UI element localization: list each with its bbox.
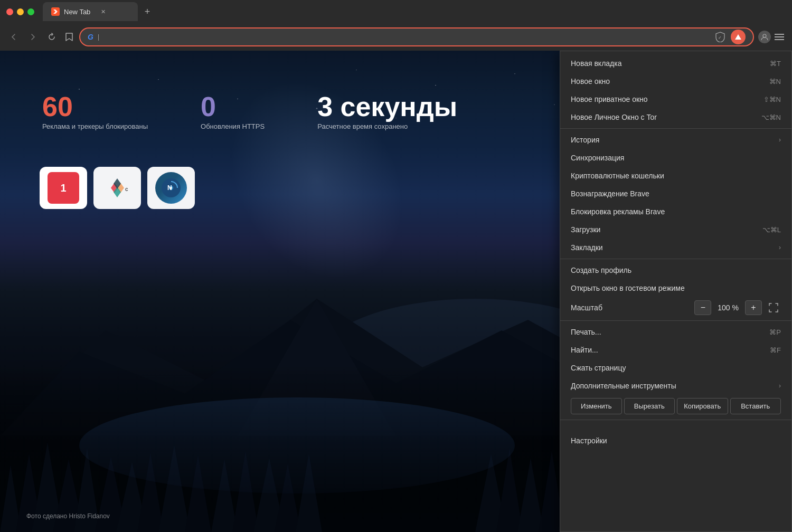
menu-bookmarks-label: Закладки	[571, 243, 775, 252]
zoom-minus-button[interactable]: −	[694, 300, 711, 315]
time-number: 3 секунды	[317, 93, 457, 120]
menu-new-tab-label: Новая вкладка	[571, 59, 749, 68]
menu-ad-block-label: Блокировка рекламы Brave	[571, 207, 781, 216]
menu-more-tools-arrow: ›	[779, 382, 781, 390]
menu-new-tor[interactable]: Новое Личное Окно с Tor ⌥⌘N	[560, 108, 791, 126]
menu-guest-mode-label: Открыть окно в гостевом режиме	[571, 284, 781, 292]
profile-icon	[760, 33, 769, 41]
edit-change-button[interactable]: Изменить	[571, 398, 622, 414]
rewards-icon	[734, 34, 742, 40]
menu-new-window[interactable]: Новое окно ⌘N	[560, 72, 791, 90]
zoom-plus-button[interactable]: +	[745, 300, 762, 315]
menu-settings[interactable]	[560, 422, 791, 432]
menu-new-window-shortcut: ⌘N	[769, 78, 781, 86]
menu-bookmarks-arrow: ›	[779, 244, 781, 251]
svg-text:c: c	[125, 186, 128, 192]
shortcut-1tv-icon: 1	[48, 172, 79, 204]
menu-sync-label: Синхронизация	[571, 154, 781, 162]
brave-shield-icon[interactable]: ✓	[714, 31, 727, 43]
shortcut-1tv[interactable]: 1	[40, 167, 87, 209]
menu-find[interactable]: Найти... ⌘F	[560, 341, 791, 359]
refresh-icon	[48, 33, 56, 41]
time-label: Расчетное время сохранено	[317, 122, 457, 130]
forward-button[interactable]	[25, 30, 40, 44]
shortcut-n-icon: N	[155, 172, 187, 204]
menu-bookmarks[interactable]: Закладки ›	[560, 239, 791, 256]
back-button[interactable]	[6, 30, 21, 44]
stat-time: 3 секунды Расчетное время сохранено	[317, 93, 457, 130]
menu-downloads[interactable]: Загрузки ⌥⌘L	[560, 221, 791, 239]
menu-about-label: Настройки	[571, 436, 781, 445]
https-number: 0	[201, 93, 265, 120]
back-icon	[10, 33, 18, 41]
stat-https: 0 Обновления HTTPS	[201, 93, 265, 130]
traffic-lights	[6, 8, 34, 15]
tab-favicon	[51, 7, 60, 16]
active-tab[interactable]: New Tab ✕	[43, 2, 138, 21]
profile-button[interactable]	[758, 31, 771, 43]
menu-sync[interactable]: Синхронизация	[560, 149, 791, 167]
edit-paste-button[interactable]: Вставить	[730, 398, 781, 414]
menu-new-tor-shortcut: ⌥⌘N	[761, 113, 781, 121]
menu-print-label: Печать...	[571, 328, 748, 336]
menu-rewards[interactable]: Вознаграждение Brave	[560, 185, 791, 203]
separator-3	[560, 320, 791, 321]
tab-bar: New Tab ✕ +	[43, 2, 786, 21]
menu-new-tab[interactable]: Новая вкладка ⌘T	[560, 54, 791, 72]
svg-point-2	[763, 34, 766, 37]
refresh-button[interactable]	[44, 30, 59, 44]
menu-compress[interactable]: Сжать страницу	[560, 359, 791, 377]
menu-new-private[interactable]: Новое приватное окно ⇧⌘N	[560, 90, 791, 108]
menu-find-shortcut: ⌘F	[770, 346, 781, 354]
shortcut-wc[interactable]: c	[93, 167, 141, 209]
menu-more-tools[interactable]: Дополнительные инструменты ›	[560, 377, 791, 395]
menu-history[interactable]: История ›	[560, 131, 791, 149]
brave-rewards-button[interactable]	[731, 30, 746, 44]
menu-downloads-label: Загрузки	[571, 225, 741, 234]
edit-cut-button[interactable]: Вырезать	[624, 398, 675, 414]
menu-history-label: История	[571, 136, 775, 144]
menu-ad-block[interactable]: Блокировка рекламы Brave	[560, 203, 791, 221]
svg-text:N: N	[167, 184, 172, 192]
google-logo: G	[88, 33, 93, 41]
menu-create-profile-label: Создать профиль	[571, 266, 781, 274]
hamburger-icon	[775, 33, 784, 41]
ads-blocked-number: 60	[42, 93, 148, 120]
main-menu-button[interactable]	[773, 31, 786, 43]
minimize-button[interactable]	[17, 8, 24, 15]
menu-about[interactable]: Настройки	[560, 432, 791, 450]
lake-reflection	[79, 397, 515, 493]
tab-close-button[interactable]: ✕	[99, 7, 107, 16]
menu-downloads-shortcut: ⌥⌘L	[762, 226, 781, 234]
new-tab-button[interactable]: +	[140, 4, 155, 19]
shortcuts-section: 1 c	[40, 167, 195, 209]
address-input[interactable]	[103, 33, 710, 41]
menu-new-private-label: Новое приватное окно	[571, 95, 742, 103]
maximize-button[interactable]	[27, 8, 34, 15]
zoom-value: 100 %	[711, 303, 745, 312]
stats-section: 60 Реклама и трекеры блокированы 0 Обнов…	[42, 93, 457, 130]
edit-copy-button[interactable]: Копировать	[677, 398, 728, 414]
separator-4	[560, 420, 791, 420]
forward-icon	[29, 33, 37, 41]
address-bar[interactable]: G | ✓	[79, 27, 754, 46]
edit-controls: Изменить Вырезать Копировать Вставить	[560, 395, 791, 417]
menu-wallets[interactable]: Криптовалютные кошельки	[560, 167, 791, 185]
https-label: Обновления HTTPS	[201, 122, 265, 130]
zoom-control: Масштаб − 100 % +	[560, 297, 791, 318]
zoom-buttons: − 100 % +	[694, 300, 762, 315]
address-separator: |	[98, 33, 99, 41]
nav-bar: G | ✓	[0, 23, 792, 51]
close-button[interactable]	[6, 8, 13, 15]
svg-text:✓: ✓	[718, 35, 722, 40]
bookmark-svg	[65, 32, 73, 42]
shortcut-n[interactable]: N	[147, 167, 195, 209]
bookmark-icon[interactable]	[63, 31, 75, 43]
menu-create-profile[interactable]: Создать профиль	[560, 261, 791, 279]
separator-2	[560, 259, 791, 259]
menu-guest-mode[interactable]: Открыть окно в гостевом режиме	[560, 279, 791, 297]
separator-1	[560, 128, 791, 129]
ads-blocked-label: Реклама и трекеры блокированы	[42, 122, 148, 130]
menu-print[interactable]: Печать... ⌘P	[560, 323, 791, 341]
fullscreen-button[interactable]	[766, 300, 781, 315]
